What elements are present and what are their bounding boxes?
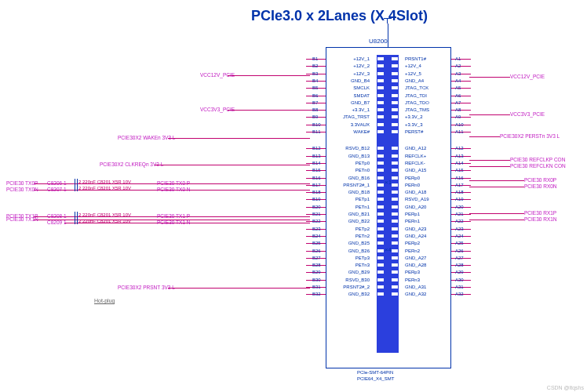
pad <box>377 108 384 111</box>
pad <box>377 191 384 194</box>
pin-num: B4 <box>312 78 323 83</box>
pin-num: B6 <box>312 93 323 98</box>
pin-label: RSVD_B12 <box>332 146 370 151</box>
pad <box>392 198 398 201</box>
cap-label: 2 220nF C8201 X5R 10V <box>78 219 131 223</box>
pad <box>377 241 384 245</box>
pin-num: B12 <box>312 146 323 151</box>
pad <box>392 270 398 274</box>
hotplug-label: Hot-plug <box>94 298 115 304</box>
pin-label: PERn3 <box>405 278 452 282</box>
pin-num: B8 <box>312 107 323 112</box>
pin-num: B18 <box>312 190 323 194</box>
cap-label: 2 220nF C8201 X5R 10V <box>78 180 131 184</box>
pad <box>392 130 398 133</box>
net-label: PCIE30 TX0N <box>6 187 38 192</box>
pad <box>377 101 384 104</box>
net-label: PCIE30 REFCLKP CON <box>510 157 565 162</box>
pin-num: A32 <box>455 292 466 296</box>
pin-label: GND_A28 <box>405 263 452 267</box>
pin-num: A11 <box>455 129 466 134</box>
pin-num: B30 <box>312 278 323 282</box>
pin-label: +3.3V_1 <box>332 107 370 112</box>
pin-num: A3 <box>455 71 466 76</box>
wire <box>228 110 310 111</box>
net-label: PCIE30 TX0 N <box>157 187 191 192</box>
net-label: PCIE30 RX0N <box>524 183 557 189</box>
pin-num: B29 <box>312 270 323 274</box>
pad <box>392 154 398 158</box>
pin-label: JTAG_TMS <box>405 107 452 112</box>
pin-num: B14 <box>312 161 323 165</box>
cap-sym <box>77 212 78 218</box>
net-label: PCIE30 TX0P <box>6 180 38 186</box>
pin-num: B9 <box>312 114 323 119</box>
pad <box>392 183 398 187</box>
pin-num: B3 <box>312 71 323 76</box>
pad <box>392 263 398 267</box>
pin-num: B19 <box>312 197 323 201</box>
wire <box>187 190 310 191</box>
net-label: VCC3V3_PCIE <box>200 107 235 112</box>
pin-num: A31 <box>455 285 466 289</box>
pad <box>377 198 384 201</box>
pad <box>377 79 384 82</box>
pad <box>377 154 384 158</box>
wire <box>469 166 510 167</box>
pin-num: A24 <box>455 234 466 238</box>
pad <box>377 86 384 89</box>
pad <box>377 162 384 165</box>
footer2: PCIE64_X4_SMT <box>357 376 394 381</box>
pin-label: PETp3 <box>332 256 370 260</box>
net-label: VCC12V_PCIE <box>510 74 545 79</box>
pin-label: +12V_1 <box>332 56 370 61</box>
cap-sym <box>77 185 78 191</box>
pin-label: PERp0 <box>405 176 452 180</box>
pad <box>377 176 384 180</box>
pin-num: A27 <box>455 256 466 260</box>
net-label: PCIE30 RX1P <box>524 210 556 216</box>
pin-num: B13 <box>312 154 323 158</box>
pin-label: RSVD_A19 <box>405 197 452 201</box>
pin-label: JTAG_TDO <box>405 100 452 105</box>
pin-label: GND_B29 <box>332 270 370 274</box>
pin-num: B17 <box>312 183 323 187</box>
pad <box>377 169 384 172</box>
net-label: PCIE30 REFCLKN CON <box>510 163 566 169</box>
net-label: PCIE30X2 PERSTn 3V3 L <box>500 133 560 139</box>
cap-label: 2 220nF C8201 X5R 10V <box>78 212 131 217</box>
pin-label: GND_B22 <box>332 219 370 223</box>
pin-num: A5 <box>455 85 466 90</box>
wire <box>469 220 524 220</box>
pad <box>377 205 384 209</box>
pin-label: GND_A31 <box>405 285 452 289</box>
pad <box>392 292 398 296</box>
wire <box>187 183 310 184</box>
pin-label: GND_A24 <box>405 234 452 238</box>
pad <box>392 220 398 223</box>
pin-num: A22 <box>455 219 466 223</box>
pin-label: +12V_5 <box>405 71 452 76</box>
pad <box>392 241 398 245</box>
wire <box>155 165 310 165</box>
pad <box>377 234 384 238</box>
pad <box>392 115 398 118</box>
pin-num: B24 <box>312 234 323 238</box>
pin-label: PERn0 <box>405 183 452 187</box>
cap-sym <box>75 179 75 185</box>
pin-label: GND_B13 <box>332 154 370 158</box>
pin-num: A10 <box>455 122 466 127</box>
pin-label: PETp1 <box>332 197 370 201</box>
cap-sym <box>77 179 78 185</box>
pin-num: B21 <box>312 212 323 216</box>
pin-label: +12V_4 <box>405 64 452 68</box>
net-label: PCIE30 RX1N <box>524 216 557 222</box>
pin-label: PERn2 <box>405 249 452 253</box>
pin-label: PRSNT2#_1 <box>332 183 370 187</box>
pin-label: GND_A15 <box>405 168 452 172</box>
pin-num: A29 <box>455 270 466 274</box>
wire <box>187 223 310 223</box>
wire <box>388 24 388 47</box>
wire <box>469 213 524 214</box>
pin-label: REFCLK+ <box>405 154 452 158</box>
